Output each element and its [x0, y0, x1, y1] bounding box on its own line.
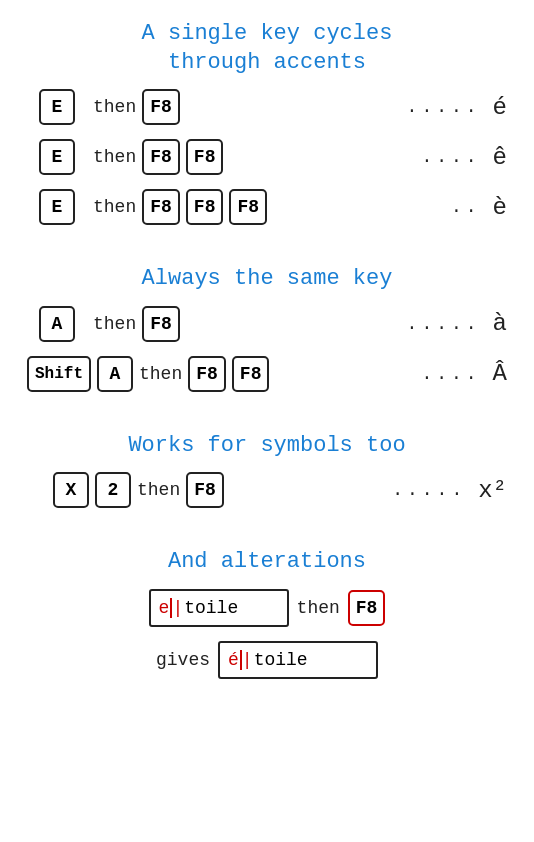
key-F8-a1: F8	[142, 306, 180, 342]
then-label-3: then	[93, 197, 136, 217]
row-e-1: E then F8 ..... é	[27, 89, 507, 125]
key-F8-alt: F8	[348, 590, 386, 626]
result-cursor-bar: |	[240, 650, 253, 670]
key-F8-3b: F8	[186, 189, 224, 225]
section-same-key: Always the same key A then F8 ..... à Sh…	[0, 265, 534, 406]
result-2: ê	[493, 144, 507, 171]
row-alt-2: gives é|toile	[27, 641, 507, 679]
row-a-1: A then F8 ..... à	[27, 306, 507, 342]
key-F8-2a: F8	[142, 139, 180, 175]
key-F8-3a: F8	[142, 189, 180, 225]
result-etoile: é|toile	[218, 641, 378, 679]
dots-3: ..	[451, 197, 481, 217]
then-label-2: then	[93, 147, 136, 167]
key-E-1: E	[39, 89, 75, 125]
then-label-a2: then	[139, 364, 182, 384]
then-label-1: then	[93, 97, 136, 117]
then-label-alt: then	[297, 598, 340, 618]
dots-a1: .....	[407, 314, 481, 334]
key-X: X	[53, 472, 89, 508]
section-alterations: And alterations e|toile then F8 gives é|…	[0, 548, 534, 693]
dots-x: .....	[392, 480, 466, 500]
section-title-cycles: A single key cyclesthrough accents	[142, 20, 393, 77]
section-title-same: Always the same key	[142, 265, 393, 294]
then-label-x: then	[137, 480, 180, 500]
key-F8-a2b: F8	[232, 356, 270, 392]
result-a2: Â	[493, 360, 507, 387]
dots-2: ....	[421, 147, 480, 167]
section-title-symbols: Works for symbols too	[128, 432, 405, 461]
key-F8-x: F8	[186, 472, 224, 508]
section-symbols: Works for symbols too X 2 then F8 ..... …	[0, 432, 534, 523]
key-A-2: A	[97, 356, 133, 392]
input-text-rest: toile	[184, 598, 238, 618]
key-F8-a2a: F8	[188, 356, 226, 392]
result-x: x²	[478, 477, 507, 504]
key-A-1: A	[39, 306, 75, 342]
then-label-a1: then	[93, 314, 136, 334]
key-E-3: E	[39, 189, 75, 225]
result-a1: à	[493, 310, 507, 337]
key-2: 2	[95, 472, 131, 508]
section-cycles: A single key cyclesthrough accents E the…	[0, 20, 534, 239]
key-E-2: E	[39, 139, 75, 175]
key-F8-1a: F8	[142, 89, 180, 125]
gives-label: gives	[156, 650, 210, 670]
result-cursor-e: é	[228, 650, 239, 670]
input-cursor-e: e	[159, 598, 170, 618]
row-e-3: E then F8 F8 F8 .. è	[27, 189, 507, 225]
row-x2: X 2 then F8 ..... x²	[27, 472, 507, 508]
row-e-2: E then F8 F8 .... ê	[27, 139, 507, 175]
input-cursor-bar: |	[170, 598, 183, 618]
section-title-alt: And alterations	[168, 548, 366, 577]
row-a-2: Shift A then F8 F8 .... Â	[27, 356, 507, 392]
result-3: è	[493, 194, 507, 221]
key-F8-2b: F8	[186, 139, 224, 175]
key-shift: Shift	[27, 356, 91, 392]
result-text-rest: toile	[254, 650, 308, 670]
page: A single key cyclesthrough accents E the…	[0, 20, 534, 701]
dots-1: .....	[407, 97, 481, 117]
row-alt-1: e|toile then F8	[27, 589, 507, 627]
key-F8-3c: F8	[229, 189, 267, 225]
result-1: é	[493, 94, 507, 121]
input-etoile[interactable]: e|toile	[149, 589, 289, 627]
dots-a2: ....	[421, 364, 480, 384]
